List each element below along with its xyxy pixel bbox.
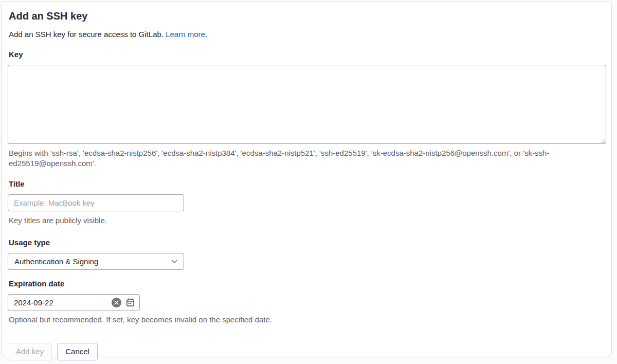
page-title: Add an SSH key bbox=[9, 9, 605, 23]
title-form-group: Title Key titles are publicly visible. bbox=[8, 180, 605, 226]
page-description: Add an SSH key for secure access to GitL… bbox=[9, 29, 605, 39]
key-help-text: Begins with 'ssh-rsa', 'ecdsa-sha2-nistp… bbox=[9, 148, 605, 169]
form-actions: Add key Cancel bbox=[8, 343, 605, 360]
key-label: Key bbox=[9, 50, 605, 58]
expiration-date-value[interactable]: 2024-09-22 bbox=[14, 298, 112, 307]
key-form-group: Key Begins with 'ssh-rsa', 'ecdsa-sha2-n… bbox=[8, 50, 605, 169]
expiration-date-field[interactable]: 2024-09-22 bbox=[8, 294, 140, 311]
description-text: Add an SSH key for secure access to GitL… bbox=[9, 30, 166, 39]
expiration-help-text: Optional but recommended. If set, key be… bbox=[9, 315, 605, 325]
usage-type-select[interactable]: Authentication & Signing bbox=[8, 253, 184, 270]
usage-type-selected-value: Authentication & Signing bbox=[14, 257, 98, 266]
expiration-form-group: Expiration date 2024-09-22 bbox=[8, 280, 605, 325]
expiration-label: Expiration date bbox=[9, 280, 605, 287]
x-circle-icon bbox=[114, 300, 119, 305]
usage-type-form-group: Usage type Authentication & Signing bbox=[8, 239, 605, 270]
title-label: Title bbox=[9, 180, 605, 188]
calendar-picker-button[interactable] bbox=[125, 298, 135, 307]
title-help-text: Key titles are publicly visible. bbox=[9, 215, 605, 226]
learn-more-link[interactable]: Learn more bbox=[166, 30, 205, 39]
description-suffix: . bbox=[205, 30, 207, 39]
add-key-button[interactable]: Add key bbox=[8, 343, 52, 360]
add-ssh-key-panel: Add an SSH key Add an SSH key for secure… bbox=[1, 1, 612, 356]
cancel-button[interactable]: Cancel bbox=[57, 343, 98, 360]
clear-date-button[interactable] bbox=[112, 298, 121, 307]
title-input[interactable] bbox=[8, 194, 184, 211]
usage-type-label: Usage type bbox=[9, 239, 605, 246]
calendar-icon bbox=[126, 298, 135, 307]
chevron-down-icon bbox=[171, 260, 177, 264]
ssh-key-textarea[interactable] bbox=[8, 65, 606, 144]
